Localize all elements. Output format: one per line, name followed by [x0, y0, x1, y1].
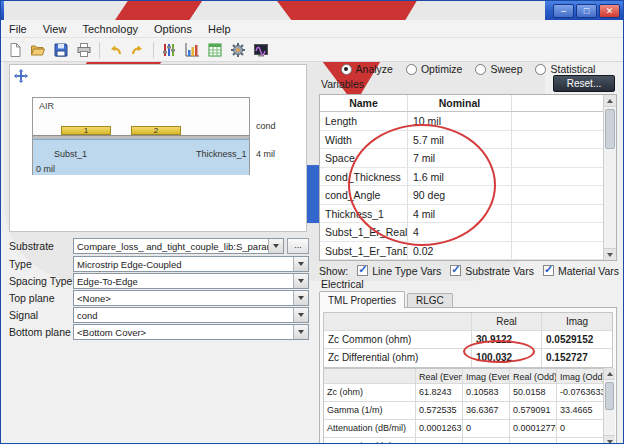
top-plane-select[interactable]: <None>: [73, 290, 309, 306]
scroll-up-icon[interactable]: [604, 95, 616, 107]
var-name-cell: Width: [320, 131, 408, 149]
mode-statistical[interactable]: Statistical: [535, 63, 595, 75]
var-name-cell: cond_Thickness: [320, 168, 408, 186]
column-header-imag-even: Imag (Even): [463, 369, 510, 383]
menu-help[interactable]: Help: [200, 21, 239, 37]
optimize-button[interactable]: [228, 40, 248, 60]
display-button[interactable]: [251, 40, 271, 60]
menu-view[interactable]: View: [35, 21, 75, 37]
table-row: Subst_1_Er_TanD0.02: [320, 242, 616, 261]
scroll-down-icon[interactable]: [604, 435, 615, 444]
gear-icon: [230, 42, 246, 58]
toolbar-separator: [153, 42, 154, 58]
show-label: Show:: [319, 265, 348, 277]
var-nominal-cell[interactable]: 10 mil: [408, 112, 512, 130]
result-value: 61.8243: [416, 384, 463, 401]
variables-title: Variables: [321, 78, 364, 90]
print-button[interactable]: [74, 40, 94, 60]
chevron-down-icon[interactable]: [293, 308, 308, 322]
header-cell-blank: [324, 369, 416, 383]
var-nominal-cell[interactable]: 4 mil: [408, 205, 512, 223]
table-row: Attenuation (dB/mil) 0.000126314 0 0.000…: [324, 420, 604, 438]
pan-icon[interactable]: [14, 69, 28, 83]
mode-analyze[interactable]: Analyze: [341, 63, 393, 75]
scroll-up-icon[interactable]: [604, 368, 615, 380]
substrate-select[interactable]: Compare_loss_ and_tight_couple_lib:S_par…: [73, 238, 284, 254]
table-row: Length10 mil: [320, 112, 616, 131]
variables-scrollbar[interactable]: [603, 95, 616, 260]
variables-table: Name Nominal Length10 mil Width5.7 mil S…: [319, 94, 617, 261]
new-file-button[interactable]: [5, 40, 25, 60]
radio-selected-icon: [341, 64, 352, 75]
tab-tml-properties[interactable]: TML Properties: [319, 291, 405, 308]
checkbox-line-type-vars[interactable]: ✓ Line Type Vars: [357, 265, 441, 277]
column-header-real: Real: [472, 313, 542, 330]
top-plane-label: Top plane: [9, 292, 73, 304]
chevron-down-icon[interactable]: [293, 274, 308, 288]
menu-file[interactable]: File: [1, 21, 35, 37]
chevron-down-icon[interactable]: [293, 291, 308, 305]
chevron-down-icon[interactable]: [293, 325, 308, 339]
var-nominal-cell[interactable]: 90 deg: [408, 186, 512, 204]
substrate-label: Substrate: [9, 240, 73, 252]
result-value: 0: [557, 438, 604, 444]
result-label: Attenuation (dB/mil): [324, 420, 416, 437]
result-value: 0.0012776: [510, 438, 557, 444]
close-button[interactable]: ✕: [599, 4, 620, 18]
var-nominal-cell[interactable]: 7 mil: [408, 149, 512, 167]
result-value: 33.4665: [557, 402, 604, 419]
redo-button[interactable]: [128, 40, 148, 60]
mode-optimize[interactable]: Optimize: [406, 63, 462, 75]
checkbox-substrate-vars[interactable]: ✓ Substrate Vars: [450, 265, 534, 277]
scrollbar-thumb[interactable]: [605, 109, 615, 149]
new-file-icon: [7, 42, 23, 58]
menubar: File View Technology Options Help: [1, 20, 623, 38]
undo-button[interactable]: [105, 40, 125, 60]
plot-button[interactable]: [182, 40, 202, 60]
redo-icon: [130, 42, 146, 58]
var-nominal-cell[interactable]: 4: [408, 223, 512, 241]
column-header-name: Name: [320, 95, 408, 111]
tml-properties-panel: Real Imag Zc Common (ohm) 30.9122 0.0529…: [319, 307, 617, 444]
minimize-button[interactable]: –: [553, 4, 574, 18]
result-value-zc-differential: 100.032: [472, 349, 542, 367]
substrate-browse-button[interactable]: ...: [287, 238, 309, 254]
mode-sweep[interactable]: Sweep: [475, 63, 522, 75]
titlebar[interactable]: cild_1 [Compare_loss_ and_tight_couple_l…: [1, 1, 623, 20]
maximize-button[interactable]: □: [576, 4, 597, 18]
tab-rlgc[interactable]: RLGC: [407, 293, 453, 308]
var-name-cell: Length: [320, 112, 408, 130]
scrollbar-thumb[interactable]: [605, 382, 614, 410]
spacing-type-select[interactable]: Edge-To-Edge: [73, 273, 309, 289]
toolbar-separator: [99, 42, 100, 58]
table-row: cond_Thickness1.6 mil: [320, 168, 616, 187]
var-nominal-cell[interactable]: 1.6 mil: [408, 168, 512, 186]
result-label: Zc Differential (ohm): [324, 349, 472, 367]
menu-options[interactable]: Options: [146, 21, 200, 37]
type-value: Microstrip Edge-Coupled: [77, 259, 182, 270]
impedance-table: Real Imag Zc Common (ohm) 30.9122 0.0529…: [323, 312, 613, 368]
save-button[interactable]: [51, 40, 71, 60]
var-nominal-cell[interactable]: 5.7 mil: [408, 131, 512, 149]
type-select[interactable]: Microstrip Edge-Coupled: [73, 256, 309, 272]
scroll-down-icon[interactable]: [604, 248, 616, 260]
signal-select[interactable]: cond: [73, 307, 309, 323]
checkbox-material-vars[interactable]: ✓ Material Vars: [543, 265, 619, 277]
open-button[interactable]: [28, 40, 48, 60]
electrical-scrollbar[interactable]: [603, 368, 615, 444]
chevron-down-icon[interactable]: [293, 257, 308, 271]
var-name-cell: cond_Angle: [320, 186, 408, 204]
chevron-down-icon[interactable]: [268, 239, 283, 253]
thickness-value-label: 4 mil: [256, 149, 275, 159]
reset-button[interactable]: Reset...: [553, 75, 615, 92]
result-value: 0.579091: [510, 402, 557, 419]
var-name-cell: Subst_1_Er_TanD: [320, 242, 408, 260]
menu-technology[interactable]: Technology: [74, 21, 146, 37]
var-nominal-cell[interactable]: 0.02: [408, 242, 512, 260]
signal-label: Signal: [9, 309, 73, 321]
column-header-real-even: Real (Even): [416, 369, 463, 383]
bottom-plane-select[interactable]: <Bottom Cover>: [73, 324, 309, 340]
table-row: cond_Angle90 deg: [320, 186, 616, 205]
results-button[interactable]: [205, 40, 225, 60]
tune-button[interactable]: [159, 40, 179, 60]
